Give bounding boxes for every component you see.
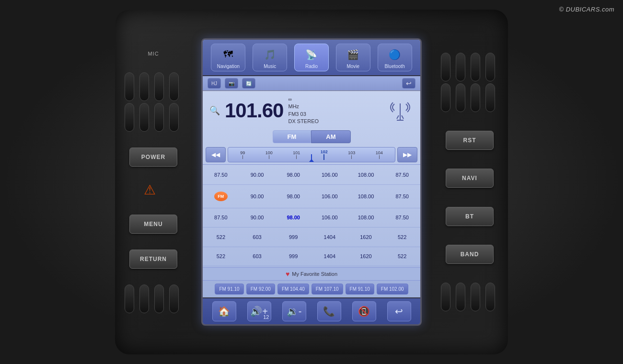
- movie-icon: 🎬: [344, 46, 363, 63]
- vent-slot: [125, 103, 134, 132]
- menu-button[interactable]: MENU: [129, 215, 177, 234]
- nav-item-radio[interactable]: 📡 Radio: [294, 44, 329, 71]
- preset-cell[interactable]: 87.50: [203, 166, 239, 185]
- favorite-bar: ♥ My Favorite Station: [203, 267, 420, 281]
- preset-cell[interactable]: 603: [239, 228, 276, 247]
- right-vent: [441, 53, 498, 112]
- navi-button[interactable]: NAVI: [446, 169, 494, 188]
- preset-cell[interactable]: 1404: [312, 228, 348, 247]
- vent-slot: [154, 284, 164, 313]
- left-panel: MIC POWER MENU RETURN: [115, 38, 192, 326]
- volume-down-button[interactable]: 🔉-: [282, 301, 306, 321]
- bt-button[interactable]: BT: [446, 207, 494, 226]
- preset-cell[interactable]: 522: [203, 228, 239, 247]
- scale-100: 100: [265, 150, 273, 159]
- return-button[interactable]: RETURN: [129, 250, 177, 269]
- preset-cell[interactable]: 522: [203, 247, 239, 267]
- preset-cell[interactable]: 106.00: [312, 166, 348, 185]
- fav-btn-3[interactable]: FM 107.10: [312, 284, 343, 295]
- nav-label-music: Music: [264, 64, 276, 69]
- top-nav: 🗺 Navigation 🎵 Music 📡 Radio 🎬 Movie 🔵: [203, 40, 420, 76]
- svg-line-3: [402, 115, 404, 119]
- favorite-buttons: FM 91.10 FM 92.00 FM 104.40 FM 107.10 FM…: [203, 281, 420, 297]
- back-nav-button[interactable]: ↩: [387, 301, 411, 321]
- preset-cell[interactable]: 87.50: [384, 185, 420, 208]
- end-call-button[interactable]: 📵: [352, 301, 376, 321]
- vent-slot: [456, 83, 465, 112]
- volume-up-button[interactable]: 🔊+ 12: [247, 301, 271, 321]
- preset-cell[interactable]: 98.00: [275, 166, 312, 185]
- dashboard: MIC POWER MENU RETURN: [115, 10, 508, 354]
- frequency-display: 🔍 101.60 ∞ MHz FM3 03 DX STEREO: [203, 91, 420, 128]
- vent-slot: [139, 72, 149, 101]
- tune-up-button[interactable]: ▶▶: [397, 147, 417, 162]
- status-icon-reload: 🔄: [242, 78, 255, 89]
- preset-cell[interactable]: 999: [275, 228, 312, 247]
- scale-99: 99: [240, 150, 245, 159]
- preset-cell[interactable]: 87.50: [203, 208, 239, 228]
- watermark: © DUBICARS.com: [559, 6, 614, 13]
- preset-cell[interactable]: 603: [239, 247, 276, 267]
- nav-item-bluetooth[interactable]: 🔵 Bluetooth: [378, 44, 412, 71]
- vent-slot: [125, 72, 134, 101]
- fav-btn-5[interactable]: FM 102.00: [377, 284, 408, 295]
- vent-slot: [441, 83, 450, 112]
- vent-slot: [485, 53, 495, 81]
- band-button[interactable]: BAND: [446, 245, 494, 264]
- preset-cell[interactable]: 1620: [348, 247, 384, 267]
- main-screen: 🗺 Navigation 🎵 Music 📡 Radio 🎬 Movie 🔵: [201, 38, 422, 326]
- preset-cell[interactable]: 106.00: [312, 185, 348, 208]
- preset-cell[interactable]: 90.00: [239, 208, 276, 228]
- frequency-symbol: ∞: [288, 96, 319, 103]
- nav-item-navigation[interactable]: 🗺 Navigation: [211, 44, 245, 71]
- home-button[interactable]: 🏠: [212, 301, 236, 321]
- tuner-arrow: [309, 159, 314, 162]
- call-button[interactable]: 📞: [317, 301, 341, 321]
- preset-cell[interactable]: 522: [384, 228, 420, 247]
- preset-cell[interactable]: 106.00: [312, 208, 348, 228]
- preset-cell-highlight[interactable]: 98.00: [275, 208, 312, 228]
- fm-badge: FM: [214, 192, 228, 201]
- am-button[interactable]: AM: [311, 130, 350, 143]
- screen-content: HJ 📷 🔄 ↩ 🔍 101.60 ∞ MHz FM3 03 DX STEREO: [203, 76, 420, 297]
- vent-slot: [471, 283, 480, 311]
- tuner-slider[interactable]: 99 100 101: [228, 147, 395, 162]
- preset-cell[interactable]: 98.00: [275, 185, 312, 208]
- vent-slot: [485, 283, 495, 311]
- nav-item-music[interactable]: 🎵 Music: [253, 44, 287, 71]
- preset-cell[interactable]: 108.00: [348, 185, 384, 208]
- vent-slot: [485, 83, 495, 112]
- fav-btn-2[interactable]: FM 104.40: [277, 284, 309, 295]
- preset-cell[interactable]: 108.00: [348, 166, 384, 185]
- fav-btn-4[interactable]: FM 91.10: [346, 284, 374, 295]
- vent-slot: [456, 53, 465, 81]
- fav-btn-0[interactable]: FM 91.10: [215, 284, 243, 295]
- warning-icon: [144, 182, 163, 199]
- frequency-preset: FM3 03: [288, 111, 319, 118]
- search-icon: 🔍: [209, 105, 220, 116]
- nav-item-movie[interactable]: 🎬 Movie: [336, 44, 370, 71]
- preset-cell[interactable]: 87.50: [384, 208, 420, 228]
- heart-icon: ♥: [286, 270, 289, 278]
- fav-btn-1[interactable]: FM 92.00: [246, 284, 275, 295]
- preset-cell[interactable]: 522: [384, 247, 420, 267]
- preset-cell[interactable]: 90.00: [239, 166, 276, 185]
- preset-cell[interactable]: 999: [275, 247, 312, 267]
- vent-slot: [139, 103, 149, 132]
- tune-down-button[interactable]: ◀◀: [206, 147, 226, 162]
- scale-101: 101: [293, 150, 300, 159]
- vent-slot: [441, 53, 450, 81]
- vent-slot: [139, 284, 149, 313]
- preset-cell[interactable]: 87.50: [384, 166, 420, 185]
- vent-slot: [169, 103, 179, 132]
- preset-cell[interactable]: 108.00: [348, 208, 384, 228]
- volume-number: 12: [263, 314, 269, 320]
- power-button[interactable]: POWER: [129, 148, 177, 167]
- fm-button[interactable]: FM: [273, 130, 312, 143]
- preset-cell[interactable]: 90.00: [239, 185, 276, 208]
- preset-cell[interactable]: 1620: [348, 228, 384, 247]
- back-button[interactable]: ↩: [402, 78, 415, 89]
- preset-cell[interactable]: 1404: [312, 247, 348, 267]
- right-panel: RST NAVI BT BAND: [431, 38, 508, 326]
- rst-button[interactable]: RST: [446, 131, 494, 150]
